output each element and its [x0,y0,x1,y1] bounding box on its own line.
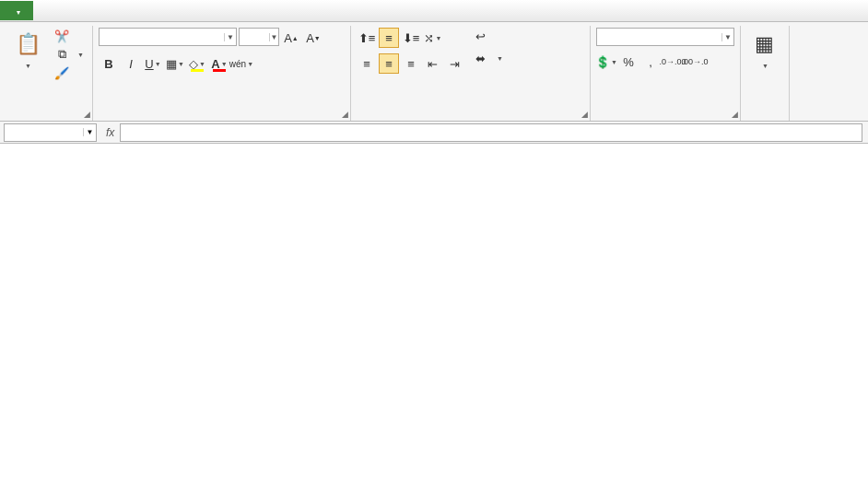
chevron-down-icon[interactable]: ▼ [83,128,96,136]
group-label [357,115,584,119]
cut-button[interactable]: ✂️ [52,28,87,44]
dialog-launcher-icon[interactable]: ◢ [732,110,738,119]
group-label [596,115,734,119]
wrap-icon: ↩ [474,29,488,43]
conditional-format-button[interactable]: ▦ ▼ [746,28,783,71]
italic-icon[interactable]: I [121,53,141,74]
number-format-combo[interactable]: ▼ [596,28,734,46]
orientation-icon[interactable]: ⤭▼ [423,28,443,48]
scissors-icon: ✂️ [54,29,69,43]
chevron-down-icon[interactable]: ▼ [269,33,278,41]
group-label [99,115,345,119]
phonetic-icon[interactable]: wén▼ [231,53,252,74]
font-size-combo[interactable]: ▼ [239,28,279,46]
group-label [9,115,87,119]
bold-icon[interactable]: B [99,53,119,74]
underline-icon[interactable]: U▼ [143,53,163,74]
clipboard-icon: 📋 [13,29,42,59]
font-name-combo[interactable]: ▼ [99,28,237,46]
formula-input[interactable] [120,123,862,142]
chevron-down-icon: ▼ [762,63,768,69]
increase-font-icon[interactable]: A▲ [281,28,301,48]
brush-icon: 🖌️ [54,65,69,80]
chevron-down-icon: ▼ [25,63,31,69]
group-number: ▼ 💲▼ % , .0→.00 .00→.0 ◢ [591,26,741,121]
align-top-icon[interactable]: ⬆≡ [357,28,377,48]
name-box[interactable]: ▼ [4,123,97,142]
dialog-launcher-icon[interactable]: ◢ [84,110,90,119]
tab-file[interactable] [0,1,33,20]
cond-format-icon: ▦ [750,29,780,59]
fx-icon[interactable]: fx [106,126,114,139]
align-right-icon[interactable]: ≡ [401,53,421,74]
group-clipboard: 📋 ▼ ✂️ ⧉▼ 🖌️ ◢ [4,26,93,121]
decrease-indent-icon[interactable]: ⇤ [423,53,443,74]
chevron-down-icon[interactable]: ▼ [721,33,733,41]
copy-icon: ⧉ [54,47,69,62]
group-styles: ▦ ▼ [741,26,790,121]
percent-icon[interactable]: % [618,52,639,72]
ribbon: 📋 ▼ ✂️ ⧉▼ 🖌️ ◢ ▼ ▼ A▲ A▼ B I U [0,22,868,122]
align-center-icon[interactable]: ≡ [379,53,399,74]
dialog-launcher-icon[interactable]: ◢ [342,110,348,119]
border-icon[interactable]: ▦▼ [165,53,185,74]
comma-icon[interactable]: , [640,52,661,72]
menu-bar [0,0,868,22]
currency-icon[interactable]: 💲▼ [596,52,616,72]
merge-center-button[interactable]: ⬌▼ [471,50,506,66]
align-left-icon[interactable]: ≡ [357,53,377,74]
dialog-launcher-icon[interactable]: ◢ [581,110,588,119]
increase-decimal-icon[interactable]: .0→.00 [663,52,683,72]
formula-bar: ▼ fx [0,122,868,144]
decrease-font-icon[interactable]: A▼ [303,28,323,48]
fill-color-icon[interactable]: ◇▼ [187,53,207,74]
merge-icon: ⬌ [474,51,488,65]
increase-indent-icon[interactable]: ⇥ [445,53,465,74]
align-bottom-icon[interactable]: ⬇≡ [401,28,421,48]
copy-button[interactable]: ⧉▼ [52,46,87,63]
group-font: ▼ ▼ A▲ A▼ B I U▼ ▦▼ ◇▼ A▼ wén▼ ◢ [93,26,351,121]
font-color-icon[interactable]: A▼ [209,53,229,74]
wrap-text-button[interactable]: ↩ [471,28,506,44]
paste-button[interactable]: 📋 ▼ [9,28,46,71]
chevron-down-icon[interactable]: ▼ [224,33,236,41]
group-alignment: ⬆≡ ≡ ⬇≡ ⤭▼ ≡ ≡ ≡ ⇤ ⇥ ↩ ⬌▼ ◢ [351,26,591,121]
decrease-decimal-icon[interactable]: .00→.0 [685,52,705,72]
align-middle-icon[interactable]: ≡ [379,28,399,48]
format-painter-button[interactable]: 🖌️ [52,64,87,81]
